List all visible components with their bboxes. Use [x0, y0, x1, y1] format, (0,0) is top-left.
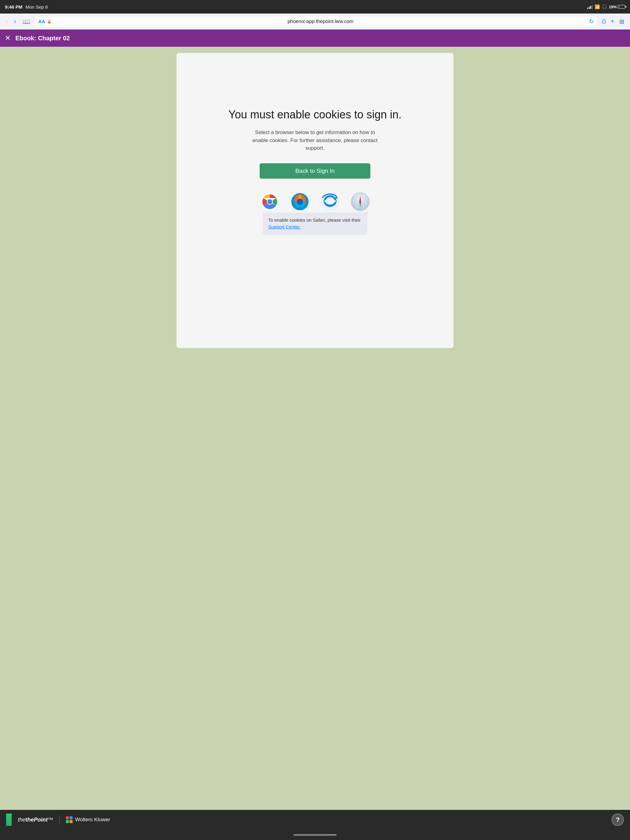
chrome-button[interactable] [259, 191, 280, 212]
the-text: the [18, 816, 25, 823]
safari-tooltip-container: To enable cookies on Safari, please visi… [263, 212, 367, 235]
url-text: phoenix-app.thepoint.lww.com [54, 19, 587, 24]
main-heading: You must enable cookies to sign in. [228, 108, 401, 121]
headphone-icon: 🎧 [602, 4, 607, 9]
address-bar[interactable]: AA 🔒 phoenix-app.thepoint.lww.com ↻ [35, 16, 598, 27]
wk-grid-icon [66, 816, 73, 823]
bottom-bar: thethePoint™ Wolters Kluwer ? [0, 810, 630, 829]
date-display: Mon Sep 6 [25, 4, 48, 9]
reload-button[interactable]: ↻ [589, 18, 594, 25]
tabs-button[interactable]: ⊞ [617, 17, 626, 27]
wolters-kluwer-logo: Wolters Kluwer [66, 816, 110, 823]
add-tab-button[interactable]: + [609, 17, 616, 27]
thepoint-logo: thethePoint™ [18, 816, 53, 823]
nav-actions: ⎙ + ⊞ [600, 17, 626, 27]
firefox-icon [290, 192, 310, 212]
close-button[interactable]: ✕ [5, 35, 11, 41]
forward-nav-button[interactable]: › [12, 16, 18, 27]
svg-point-13 [359, 201, 361, 202]
sub-text: Select a browser below to get informatio… [247, 128, 383, 152]
time-display: 9:46 PM [5, 4, 22, 9]
lock-icon: 🔒 [47, 19, 52, 24]
battery-percent: 19% [609, 5, 617, 9]
safari-icon [350, 192, 370, 212]
battery-fill [619, 6, 620, 8]
status-bar-left: 9:46 PM Mon Sep 6 [5, 4, 47, 9]
share-button[interactable]: ⎙ [600, 17, 608, 27]
safari-support-link[interactable]: Support Center. [268, 224, 301, 229]
browser-icons-row [259, 191, 371, 212]
back-nav-button[interactable]: ‹ [4, 16, 9, 27]
ebook-header: ✕ Ebook: Chapter 02 [0, 30, 630, 47]
battery-indicator: 19% [609, 5, 625, 9]
svg-point-5 [297, 199, 303, 205]
page-wrapper: You must enable cookies to sign in. Sele… [0, 47, 630, 810]
ebook-title: Ebook: Chapter 02 [15, 35, 70, 42]
status-bar-right: 📶 🎧 19% [587, 4, 625, 9]
green-square-logo [6, 813, 12, 826]
safari-button[interactable] [350, 191, 371, 212]
help-button[interactable]: ? [611, 813, 624, 826]
content-card: You must enable cookies to sign in. Sele… [177, 53, 453, 348]
wk-text: Wolters Kluwer [75, 816, 110, 823]
battery-box [618, 5, 625, 9]
ie-icon [320, 192, 340, 212]
aa-button[interactable]: AA [38, 19, 45, 24]
status-bar: 9:46 PM Mon Sep 6 📶 🎧 19% [0, 0, 630, 14]
thepoint-text: thethePoint™ [18, 816, 53, 823]
signal-icon [587, 5, 593, 9]
safari-tooltip-text: To enable cookies on Safari, please visi… [268, 217, 361, 223]
svg-point-2 [268, 199, 272, 204]
firefox-button[interactable] [289, 191, 311, 212]
point-text: thePoint [25, 816, 47, 823]
divider [59, 815, 60, 824]
bookmarks-button[interactable]: 📖 [21, 17, 32, 27]
home-pill [293, 834, 337, 836]
wifi-icon: 📶 [595, 4, 600, 9]
safari-tooltip-bubble: To enable cookies on Safari, please visi… [263, 212, 367, 235]
browser-nav-bar: ‹ › 📖 AA 🔒 phoenix-app.thepoint.lww.com … [0, 14, 630, 30]
back-to-signin-button[interactable]: Back to Sign In [260, 163, 370, 178]
ie-button[interactable] [319, 191, 341, 212]
chrome-icon [260, 192, 280, 212]
home-indicator [0, 829, 630, 840]
